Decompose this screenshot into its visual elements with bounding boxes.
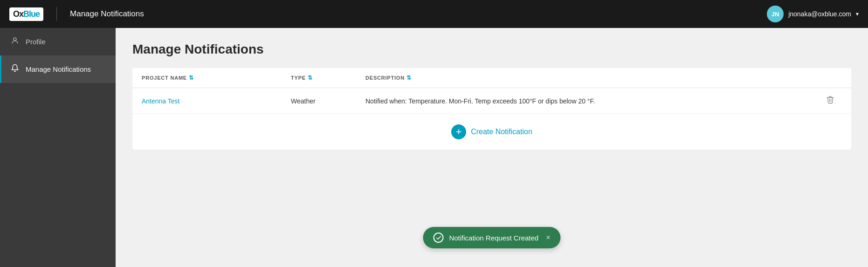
avatar: JN	[767, 6, 784, 22]
cell-description: Notified when: Temperature. Mon-Fri. Tem…	[365, 97, 819, 105]
logo-area: OxBlue Manage Notifications	[9, 7, 144, 21]
main-content: Manage Notifications PROJECT NAME ⇅ TYPE…	[116, 28, 868, 267]
sidebar-item-label: Manage Notifications	[26, 65, 91, 73]
col-header-type[interactable]: TYPE ⇅	[291, 75, 365, 81]
layout: Profile Manage Notifications Manage Noti…	[0, 28, 868, 267]
notifications-table: PROJECT NAME ⇅ TYPE ⇅ DESCRIPTION ⇅ Ante…	[132, 68, 851, 150]
project-link[interactable]: Antenna Test	[142, 97, 179, 105]
sort-icon: ⇅	[406, 75, 412, 81]
table-header: PROJECT NAME ⇅ TYPE ⇅ DESCRIPTION ⇅	[132, 68, 851, 88]
sort-icon: ⇅	[308, 75, 313, 81]
delete-button[interactable]	[819, 96, 842, 106]
logo-ox: Ox	[13, 9, 23, 19]
table-row: Antenna Test Weather Notified when: Temp…	[132, 88, 851, 114]
logo-blue: Blue	[23, 9, 40, 19]
sidebar-item-manage-notifications[interactable]: Manage Notifications	[0, 55, 116, 83]
profile-icon	[11, 36, 19, 47]
user-menu[interactable]: JN jnonaka@oxblue.com ▾	[767, 6, 859, 22]
bell-icon	[11, 64, 19, 75]
chevron-down-icon: ▾	[856, 11, 859, 17]
sidebar-item-profile[interactable]: Profile	[0, 28, 116, 55]
toast-notification: Notification Request Created ×	[423, 227, 560, 248]
create-notification-label: Create Notification	[471, 128, 532, 136]
sidebar: Profile Manage Notifications	[0, 28, 116, 267]
toast-check-icon	[433, 233, 443, 243]
create-notification-row: + Create Notification	[132, 114, 851, 150]
create-plus-icon: +	[451, 124, 466, 139]
sort-icon: ⇅	[189, 75, 194, 81]
nav-divider	[56, 7, 57, 21]
cell-type: Weather	[291, 97, 365, 105]
toast-close-button[interactable]: ×	[546, 233, 550, 242]
col-header-project-name[interactable]: PROJECT NAME ⇅	[142, 75, 291, 81]
col-header-description[interactable]: DESCRIPTION ⇅	[365, 75, 819, 81]
page-title: Manage Notifications	[132, 42, 851, 57]
top-nav: OxBlue Manage Notifications JN jnonaka@o…	[0, 0, 868, 28]
user-email: jnonaka@oxblue.com	[788, 10, 851, 18]
toast-message: Notification Request Created	[449, 234, 538, 242]
create-notification-button[interactable]: + Create Notification	[451, 124, 532, 139]
logo: OxBlue	[9, 7, 43, 21]
svg-point-0	[14, 38, 16, 41]
cell-project-name[interactable]: Antenna Test	[142, 97, 291, 105]
sidebar-item-label: Profile	[26, 38, 46, 46]
nav-title: Manage Notifications	[70, 9, 144, 19]
col-header-actions	[819, 75, 842, 81]
